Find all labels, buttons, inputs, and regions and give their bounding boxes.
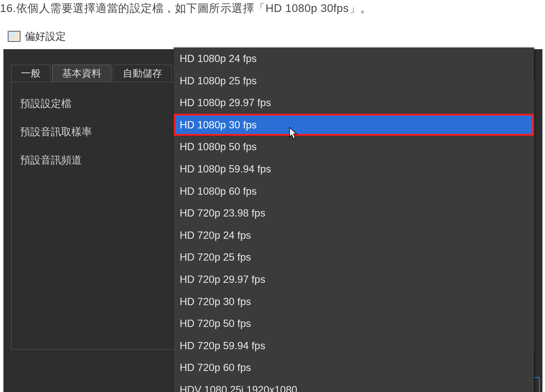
tab-autosave[interactable]: 自動儲存: [113, 65, 172, 82]
profile-option[interactable]: HD 1080p 25 fps: [174, 70, 534, 92]
profile-option[interactable]: HD 1080p 24 fps: [174, 48, 534, 70]
profile-option[interactable]: HD 720p 23.98 fps: [174, 202, 534, 224]
profile-option[interactable]: HD 1080p 29.97 fps: [174, 92, 534, 114]
profile-option[interactable]: HD 720p 30 fps: [174, 291, 534, 313]
tab-general[interactable]: 一般: [11, 65, 50, 82]
profile-dropdown-list[interactable]: HD 1080p 24 fpsHD 1080p 25 fpsHD 1080p 2…: [174, 48, 534, 392]
profile-option[interactable]: HD 720p 50 fps: [174, 312, 534, 335]
profile-option[interactable]: HD 720p 25 fps: [174, 246, 534, 268]
window-title: 偏好設定: [25, 30, 66, 43]
instruction-text: 16.依個人需要選擇適當的設定檔，如下圖所示選擇「HD 1080p 30fps」…: [0, 0, 545, 19]
profile-option[interactable]: HD 720p 60 fps: [174, 356, 534, 379]
profile-option[interactable]: HD 1080p 59.94 fps: [174, 158, 534, 180]
preferences-window: 偏好設定 一般 基本資料 自動儲存 預設設定檔 預設音訊取樣率 預設音訊頻道 H…: [3, 24, 542, 392]
titlebar: 偏好設定: [3, 24, 542, 49]
app-icon: [8, 31, 21, 42]
profile-option[interactable]: HD 1080p 60 fps: [174, 180, 534, 202]
profile-option[interactable]: HD 720p 59.94 fps: [174, 335, 534, 357]
profile-option[interactable]: HD 720p 29.97 fps: [174, 268, 534, 291]
tab-basic[interactable]: 基本資料: [52, 65, 111, 82]
profile-option[interactable]: HD 1080p 50 fps: [174, 136, 534, 158]
window-body: 一般 基本資料 自動儲存 預設設定檔 預設音訊取樣率 預設音訊頻道 HD 108…: [3, 49, 542, 392]
profile-option[interactable]: HD 1080p 30 fps: [174, 114, 534, 136]
profile-option[interactable]: HDV 1080 25i 1920x1080: [174, 379, 534, 392]
profile-option[interactable]: HD 720p 24 fps: [174, 224, 534, 246]
